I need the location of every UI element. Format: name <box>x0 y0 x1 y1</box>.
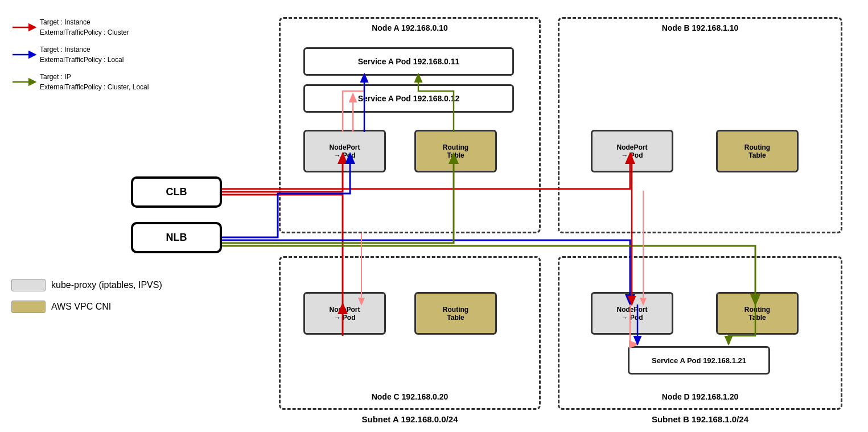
blue-arrow-icon <box>11 50 40 59</box>
clb-label: CLB <box>166 186 187 198</box>
legend-item-blue: Target : InstanceExternalTrafficPolicy :… <box>11 44 149 65</box>
node-b-box: Node B 192.168.1.10 NodePort → Pod Routi… <box>558 17 842 233</box>
node-c-label: Node C 192.168.0.20 <box>281 392 539 401</box>
nlb-label: NLB <box>166 232 187 244</box>
node-a-routing: Routing Table <box>414 130 497 172</box>
legend-kube-proxy: kube-proxy (iptables, IPVS) <box>11 279 162 291</box>
legend: Target : InstanceExternalTrafficPolicy :… <box>11 17 149 99</box>
subnet-a-label: Subnet A 192.168.0.0/24 <box>279 414 541 424</box>
node-c-routing: Routing Table <box>414 292 497 335</box>
diagram: Target : InstanceExternalTrafficPolicy :… <box>0 0 868 432</box>
node-d-pod1: Service A Pod 192.168.1.21 <box>628 346 770 375</box>
node-d-nodeport: NodePort → Pod <box>591 292 673 335</box>
node-a-box: Node A 192.168.0.10 Service A Pod 192.16… <box>279 17 541 233</box>
nlb-box: NLB <box>131 222 222 253</box>
clb-box: CLB <box>131 176 222 208</box>
node-a-label: Node A 192.168.0.10 <box>281 23 539 32</box>
node-a-pod2: Service A Pod 192.168.0.12 <box>303 84 514 113</box>
node-d-label: Node D 192.168.1.20 <box>560 392 841 401</box>
legend-aws-vpc-cni: AWS VPC CNI <box>11 301 162 313</box>
node-a-pod1: Service A Pod 192.168.0.11 <box>303 47 514 76</box>
node-b-routing: Routing Table <box>716 130 799 172</box>
legend-item-red: Target : InstanceExternalTrafficPolicy :… <box>11 17 149 38</box>
subnet-b-label: Subnet B 192.168.1.0/24 <box>558 414 842 424</box>
node-b-label: Node B 192.168.1.10 <box>560 23 841 32</box>
legend-text-red: Target : InstanceExternalTrafficPolicy :… <box>40 17 129 38</box>
node-d-routing: Routing Table <box>716 292 799 335</box>
node-c-box: Node C 192.168.0.20 NodePort → Pod Routi… <box>279 256 541 410</box>
aws-vpc-cni-box <box>11 301 46 313</box>
green-arrow-icon <box>11 77 40 87</box>
node-c-nodeport: NodePort → Pod <box>303 292 386 335</box>
legend-item-green: Target : IPExternalTrafficPolicy : Clust… <box>11 72 149 92</box>
kube-proxy-label: kube-proxy (iptables, IPVS) <box>51 280 162 290</box>
node-b-nodeport: NodePort → Pod <box>591 130 673 172</box>
node-a-nodeport: NodePort → Pod <box>303 130 386 172</box>
legend-text-blue: Target : InstanceExternalTrafficPolicy :… <box>40 44 124 65</box>
node-d-box: Node D 192.168.1.20 Service A Pod 192.16… <box>558 256 842 410</box>
legend-text-green: Target : IPExternalTrafficPolicy : Clust… <box>40 72 149 92</box>
red-arrow-icon <box>11 23 40 32</box>
kube-proxy-box <box>11 279 46 291</box>
aws-vpc-cni-label: AWS VPC CNI <box>51 302 111 312</box>
legend-boxes: kube-proxy (iptables, IPVS) AWS VPC CNI <box>11 279 162 322</box>
